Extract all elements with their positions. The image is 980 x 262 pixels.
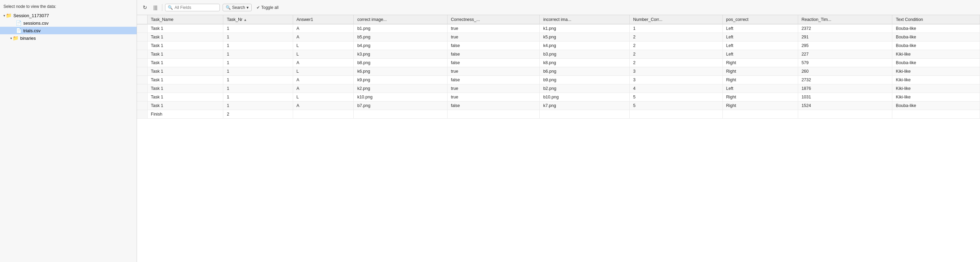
refresh-button[interactable]: ↻ bbox=[141, 3, 149, 12]
toggle-checkmark: ✔ bbox=[256, 5, 260, 10]
cell-reaction_time: 1876 bbox=[798, 85, 892, 93]
column-header-text_condition[interactable]: Text Condition bbox=[892, 15, 980, 24]
row-number-cell bbox=[137, 50, 147, 59]
cell-correct_image: b1.png bbox=[354, 24, 447, 33]
cell-number_corr: 3 bbox=[630, 67, 723, 76]
cell-correctness: false bbox=[447, 59, 540, 67]
cell-reaction_time: 1524 bbox=[798, 102, 892, 110]
table-row[interactable]: Task 11Ab8.pngfalsek8.png2Right579Bouba-… bbox=[137, 59, 980, 67]
cell-number_corr bbox=[630, 110, 723, 119]
table-row[interactable]: Task 11Lk6.pngtrueb6.png3Right260Kiki-li… bbox=[137, 67, 980, 76]
cell-pos_correct: Right bbox=[722, 93, 798, 102]
column-header-correctness[interactable]: Correctness_... bbox=[447, 15, 540, 24]
cell-answer1: L bbox=[293, 50, 354, 59]
tree-item-session[interactable]: ▾ 📁Session_1173077 bbox=[0, 12, 137, 19]
tree-container: ▾ 📁Session_1173077📄sessions.csv📄trials.c… bbox=[0, 12, 137, 42]
cell-incorrect_image: k4.png bbox=[540, 42, 630, 50]
file-icon: 📄 bbox=[16, 20, 22, 26]
search-button[interactable]: 🔍 Search ▾ bbox=[223, 4, 252, 11]
cell-task_name: Task 1 bbox=[147, 50, 223, 59]
table-row[interactable]: Task 11Lk10.pngtrueb10.png5Right1031Kiki… bbox=[137, 93, 980, 102]
cell-task_name: Task 1 bbox=[147, 85, 223, 93]
cell-answer1: A bbox=[293, 85, 354, 93]
cell-text_condition: Kiki-like bbox=[892, 50, 980, 59]
arrow-icon: ▾ bbox=[10, 36, 12, 40]
table-row[interactable]: Task 11Ak9.pngfalseb9.png3Right2732Kiki-… bbox=[137, 76, 980, 85]
tree-item-trials_csv[interactable]: 📄trials.csv bbox=[0, 27, 137, 34]
folder-icon: 📁 bbox=[13, 35, 19, 41]
cell-reaction_time: 260 bbox=[798, 67, 892, 76]
cell-reaction_time: 1031 bbox=[798, 93, 892, 102]
cell-text_condition: Bouba-like bbox=[892, 42, 980, 50]
columns-button[interactable]: ||| bbox=[152, 3, 159, 11]
cell-text_condition: Kiki-like bbox=[892, 85, 980, 93]
table-container[interactable]: Task_NameTask_Nr▲Answer1correct image...… bbox=[137, 15, 980, 262]
cell-answer1: A bbox=[293, 102, 354, 110]
search-btn-icon: 🔍 bbox=[226, 5, 231, 10]
toggle-all-button[interactable]: ✔ Toggle all bbox=[255, 4, 281, 11]
cell-task_nr: 1 bbox=[223, 50, 293, 59]
column-header-pos_correct[interactable]: pos_correct bbox=[722, 15, 798, 24]
cell-number_corr: 2 bbox=[630, 33, 723, 42]
search-input[interactable] bbox=[175, 5, 209, 10]
cell-text_condition bbox=[892, 110, 980, 119]
cell-correctness: true bbox=[447, 85, 540, 93]
cell-incorrect_image: k1.png bbox=[540, 24, 630, 33]
search-dropdown-arrow: ▾ bbox=[247, 5, 248, 10]
cell-correctness: false bbox=[447, 50, 540, 59]
table-row[interactable]: Task 11Lk3.pngfalseb3.png2Left227Kiki-li… bbox=[137, 50, 980, 59]
cell-pos_correct: Right bbox=[722, 102, 798, 110]
column-header-number_corr[interactable]: Number_Corr... bbox=[630, 15, 723, 24]
cell-incorrect_image: b2.png bbox=[540, 85, 630, 93]
cell-task_nr: 1 bbox=[223, 33, 293, 42]
table-row[interactable]: Task 11Ab1.pngtruek1.png1Left2372Bouba-l… bbox=[137, 24, 980, 33]
cell-task_name: Task 1 bbox=[147, 24, 223, 33]
cell-answer1: L bbox=[293, 93, 354, 102]
cell-correctness: false bbox=[447, 42, 540, 50]
column-header-reaction_time[interactable]: Reaction_Tim... bbox=[798, 15, 892, 24]
column-header-answer1[interactable]: Answer1 bbox=[293, 15, 354, 24]
cell-task_nr: 2 bbox=[223, 110, 293, 119]
cell-number_corr: 2 bbox=[630, 59, 723, 67]
cell-correct_image: k3.png bbox=[354, 50, 447, 59]
cell-incorrect_image bbox=[540, 110, 630, 119]
cell-incorrect_image: b6.png bbox=[540, 67, 630, 76]
cell-number_corr: 2 bbox=[630, 50, 723, 59]
folder-icon: 📁 bbox=[6, 13, 12, 18]
cell-pos_correct: Right bbox=[722, 67, 798, 76]
cell-correct_image: k6.png bbox=[354, 67, 447, 76]
table-row[interactable]: Task 11Ak2.pngtrueb2.png4Left1876Kiki-li… bbox=[137, 85, 980, 93]
search-box: 🔍 bbox=[165, 4, 220, 11]
column-header-task_nr[interactable]: Task_Nr▲ bbox=[223, 15, 293, 24]
cell-correctness bbox=[447, 110, 540, 119]
cell-correctness: false bbox=[447, 76, 540, 85]
cell-task_name: Task 1 bbox=[147, 102, 223, 110]
row-number-cell bbox=[137, 24, 147, 33]
left-panel: Select node to view the data: ▾ 📁Session… bbox=[0, 0, 137, 262]
cell-incorrect_image: k5.png bbox=[540, 33, 630, 42]
table-row[interactable]: Task 11Lb4.pngfalsek4.png2Left295Bouba-l… bbox=[137, 42, 980, 50]
column-header-task_name[interactable]: Task_Name bbox=[147, 15, 223, 24]
table-row[interactable]: Finish2 bbox=[137, 110, 980, 119]
toggle-all-label: Toggle all bbox=[261, 5, 279, 10]
search-btn-label: Search bbox=[232, 5, 245, 10]
cell-answer1: A bbox=[293, 76, 354, 85]
cell-number_corr: 2 bbox=[630, 42, 723, 50]
cell-correct_image bbox=[354, 110, 447, 119]
cell-text_condition: Kiki-like bbox=[892, 76, 980, 85]
cell-reaction_time: 579 bbox=[798, 59, 892, 67]
cell-task_nr: 1 bbox=[223, 42, 293, 50]
column-header-incorrect_image[interactable]: incorrect ima... bbox=[540, 15, 630, 24]
tree-item-binaries[interactable]: ▾ 📁binaries bbox=[0, 34, 137, 42]
cell-pos_correct: Left bbox=[722, 50, 798, 59]
cell-incorrect_image: b10.png bbox=[540, 93, 630, 102]
row-number-cell bbox=[137, 102, 147, 110]
table-row[interactable]: Task 11Ab7.pngfalsek7.png5Right1524Bouba… bbox=[137, 102, 980, 110]
row-number-header bbox=[137, 15, 147, 24]
cell-text_condition: Bouba-like bbox=[892, 24, 980, 33]
tree-item-sessions_csv[interactable]: 📄sessions.csv bbox=[0, 19, 137, 27]
table-row[interactable]: Task 11Ab5.pngtruek5.png2Left291Bouba-li… bbox=[137, 33, 980, 42]
cell-incorrect_image: k7.png bbox=[540, 102, 630, 110]
right-panel: ↻ ||| 🔍 🔍 Search ▾ ✔ Toggle all Task_Nam… bbox=[137, 0, 980, 262]
column-header-correct_image[interactable]: correct image... bbox=[354, 15, 447, 24]
